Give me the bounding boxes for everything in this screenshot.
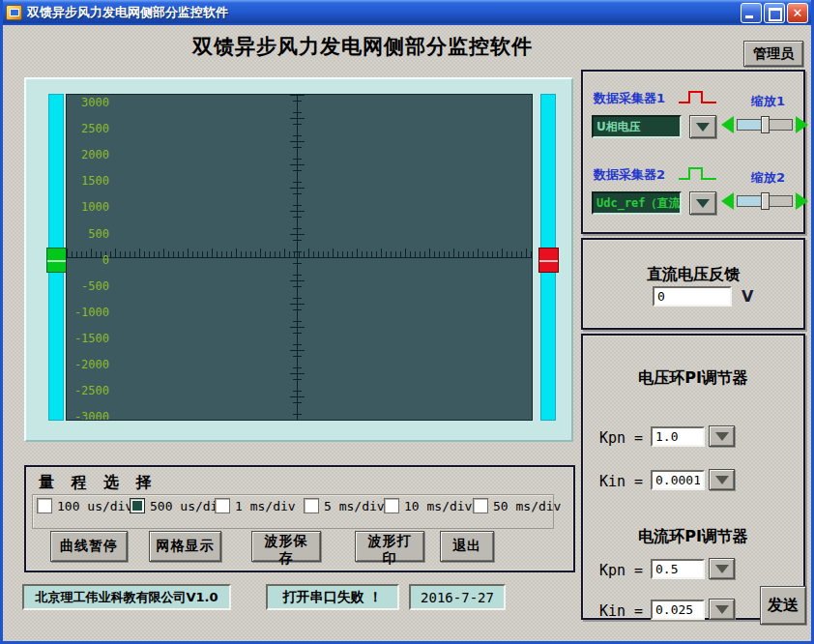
voltage-pi-title: 电压环PI调节器 [583,368,803,389]
window-title: 双馈异步风力发电网侧部分监控软件 [27,4,741,21]
voltage-kpn-dropdown-button[interactable] [709,425,735,447]
voltage-kpn-label: Kpn = [599,429,643,447]
admin-button[interactable]: 管理员 [743,41,803,67]
main-content: 双馈异步风力发电网侧部分监控软件 管理员 3000250020001500100… [3,25,811,641]
close-button[interactable]: ✕ [787,3,808,23]
checkbox-unchecked-icon[interactable] [304,498,319,513]
zoom2-increase-arrow[interactable] [796,192,808,210]
y-axis-label: 0 [71,254,109,266]
collector1-select[interactable]: U相电压 [592,115,682,138]
print-waveform-button[interactable]: 波形打印 [355,531,424,562]
dropdown-arrow-icon [715,565,729,573]
range-option-100us-div[interactable]: 100 us/div [37,498,132,513]
current-kin-label: Kin = [599,602,643,620]
dc-feedback-unit: V [741,287,753,306]
range-option-label: 100 us/div [57,499,132,513]
range-option-5ms-div[interactable]: 5 ms/div [304,498,385,513]
exit-button[interactable]: 退出 [440,531,494,562]
range-option-500us-div[interactable]: 500 us/div [130,498,225,513]
app-icon [6,5,22,20]
data-collector-group: 数据采集器1 缩放1 U相电压 数据采集器2 缩放2 Udc_ref（直流电 [581,70,805,234]
dc-feedback-input[interactable] [653,286,732,307]
dropdown-arrow-icon [696,123,710,132]
dropdown-arrow-icon [715,605,729,614]
range-option-label: 1 ms/div [235,499,296,513]
dc-feedback-group: 直流电压反馈 V [581,238,805,330]
zoom1-decrease-arrow[interactable] [721,116,734,133]
zoom1-increase-arrow[interactable] [796,116,808,133]
range-selection-panel: 量 程 选 择 100 us/div500 us/div1 ms/div5 ms… [24,465,575,572]
current-kin-input[interactable] [651,600,705,620]
current-kpn-dropdown-button[interactable] [709,558,735,579]
current-kpn-input[interactable] [651,559,705,579]
voltage-kpn-input[interactable] [651,426,705,447]
y-axis-label: -500 [71,280,109,292]
waveform-plot: 300025002000150010005000-500-1000-1500-2… [66,94,533,421]
window-controls: ✕ [741,3,808,23]
collector2-select[interactable]: Udc_ref（直流电 [592,191,682,215]
y-axis [297,95,298,420]
range-option-1ms-div[interactable]: 1 ms/div [215,498,296,513]
app-window: 双馈异步风力发电网侧部分监控软件 ✕ 双馈异步风力发电网侧部分监控软件 管理员 … [0,0,814,644]
checkbox-unchecked-icon[interactable] [384,498,399,513]
y-axis-label: -2500 [71,385,109,396]
zoom2-thumb[interactable] [761,192,770,210]
current-kin-dropdown-button[interactable] [709,599,735,620]
pulse-icon-green [677,164,719,184]
current-pi-title: 电流环PI调节器 [583,527,803,547]
zoom2-slider [721,190,808,213]
range-selection-title: 量 程 选 择 [39,473,158,493]
y-axis-label: 2000 [71,149,109,161]
left-slider-thumb[interactable] [46,248,67,273]
dc-feedback-title: 直流电压反馈 [583,265,803,285]
checkbox-checked-icon[interactable] [130,498,145,513]
date-display: 2016-7-27 [409,584,506,610]
checkbox-unchecked-icon[interactable] [37,498,52,513]
zoom1-label: 缩放1 [751,93,785,110]
grid-display-button[interactable]: 网格显示 [149,531,221,562]
zoom1-thumb[interactable] [761,116,770,133]
range-option-50ms-div[interactable]: 50 ms/div [473,498,561,513]
range-option-label: 10 ms/div [404,499,472,513]
right-scale-slider[interactable] [540,94,556,421]
pause-curve-button[interactable]: 曲线暂停 [50,531,128,562]
dropdown-arrow-icon [696,199,710,208]
collector2-dropdown-button[interactable] [689,191,716,215]
titlebar: 双馈异步风力发电网侧部分监控软件 ✕ [0,0,814,25]
maximize-button[interactable] [764,3,785,23]
current-kpn-label: Kpn = [599,562,643,579]
y-axis-label: -1500 [71,333,109,344]
y-axis-label: 2500 [71,123,109,134]
voltage-kin-input[interactable] [651,470,705,490]
page-title: 双馈异步风力发电网侧部分监控软件 [3,33,722,60]
collector2-label: 数据采集器2 [594,166,665,184]
y-axis-label: -1000 [71,307,109,318]
minimize-button[interactable] [741,3,762,23]
range-option-label: 5 ms/div [324,499,385,513]
dropdown-arrow-icon [715,432,729,441]
range-option-10ms-div[interactable]: 10 ms/div [384,498,472,513]
send-button[interactable]: 发送 [760,586,806,625]
y-axis-label: -2000 [71,359,109,370]
y-axis-label: 1000 [71,201,109,213]
zoom1-track[interactable] [737,119,793,131]
checkbox-unchecked-icon[interactable] [473,498,488,513]
left-scale-slider[interactable] [48,94,64,421]
zoom2-track[interactable] [737,195,793,207]
y-axis-label: 500 [71,228,109,240]
save-waveform-button[interactable]: 波形保存 [251,531,321,562]
voltage-kin-label: Kin = [599,473,643,490]
right-slider-thumb[interactable] [538,248,559,273]
zoom2-decrease-arrow[interactable] [721,192,734,210]
y-axis-label: 3000 [71,97,109,108]
collector1-dropdown-button[interactable] [689,115,716,138]
dropdown-arrow-icon [715,476,729,484]
pulse-icon-red [677,88,719,107]
checkbox-unchecked-icon[interactable] [215,498,230,513]
company-version-display: 北京理工伟业科教有限公司V1.0 [22,584,231,610]
voltage-kin-dropdown-button[interactable] [709,469,735,490]
zoom1-slider [721,113,808,136]
range-option-label: 50 ms/div [493,499,561,513]
collector1-label: 数据采集器1 [594,90,665,107]
pi-regulator-group: 电压环PI调节器 Kpn = Kin = 电流环PI调节器 Kpn = Kin … [581,334,805,620]
